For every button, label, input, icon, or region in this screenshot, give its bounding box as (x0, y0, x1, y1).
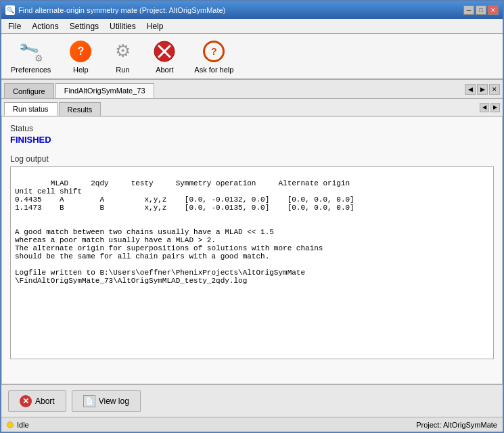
bottom-bar: ✕ Abort 📄 View log (1, 384, 503, 417)
subtab-nav-prev[interactable]: ◀ (480, 103, 489, 112)
abort-button-label: Abort (35, 396, 55, 406)
run-gear-icon: ⚙ (115, 41, 131, 62)
status-section: Status FINISHED (10, 124, 494, 145)
status-label: Status (10, 124, 494, 133)
log-section: Log output MLAD 2qdy testy Symmetry oper… (10, 154, 494, 380)
abort-toolbar-label: Abort (156, 66, 173, 74)
title-bar-controls: ─ □ ✕ (463, 5, 499, 15)
log-output[interactable]: MLAD 2qdy testy Symmetry operation Alter… (10, 166, 494, 359)
tab-nav-next[interactable]: ▶ (477, 84, 488, 95)
subtab-nav-next[interactable]: ▶ (490, 103, 500, 112)
run-label: Run (116, 66, 129, 74)
statusbar-project: Project: AltOrigSymMate (416, 421, 497, 429)
tab-configure[interactable]: Configure (4, 83, 54, 98)
abort-button[interactable]: ✕ Abort (8, 390, 66, 412)
app-icon: 🔍 (5, 5, 15, 15)
gear-small-icon: ⚙ (35, 53, 43, 64)
abort-x-icon (154, 41, 175, 62)
tab-bar: Configure FindAltOrigSymMate_73 ◀ ▶ ✕ (1, 80, 503, 99)
toolbar: 🔧 ⚙ Preferences ? Help ⚙ Run (1, 34, 503, 80)
log-content: MLAD 2qdy testy Symmetry operation Alter… (15, 179, 354, 285)
title-bar: 🔍 Find alternate-origin symmetry mate (P… (1, 1, 503, 19)
subtab-runstatus[interactable]: Run status (4, 102, 58, 116)
askforhelp-label: Ask for help (194, 66, 233, 74)
main-window: 🔍 Find alternate-origin symmetry mate (P… (0, 0, 504, 433)
tab-nav-close[interactable]: ✕ (489, 84, 500, 95)
subtab-bar: Run status Results ◀ ▶ (1, 99, 503, 116)
preferences-label: Preferences (11, 66, 51, 74)
askforhelp-button[interactable]: ? Ask for help (189, 37, 239, 76)
preferences-icon: 🔧 ⚙ (19, 39, 43, 64)
menu-file[interactable]: File (3, 20, 26, 32)
menu-actions[interactable]: Actions (26, 20, 64, 32)
log-label: Log output (10, 154, 494, 164)
viewlog-button-icon: 📄 (83, 395, 95, 407)
maximize-button[interactable]: □ (476, 5, 486, 15)
viewlog-button[interactable]: 📄 View log (72, 390, 141, 412)
tab-findaltorigsymmate[interactable]: FindAltOrigSymMate_73 (55, 83, 154, 98)
help-button[interactable]: ? Help (63, 37, 98, 76)
askforhelp-icon-area: ? (202, 39, 226, 64)
tab-nav-prev[interactable]: ◀ (465, 84, 476, 95)
title-bar-left: 🔍 Find alternate-origin symmetry mate (P… (5, 5, 225, 15)
menu-help[interactable]: Help (141, 20, 169, 32)
subtab-results[interactable]: Results (59, 102, 101, 116)
abort-icon (152, 39, 177, 64)
abort-toolbar-button[interactable]: Abort (147, 37, 182, 76)
tab-nav: ◀ ▶ ✕ (465, 84, 500, 95)
run-icon: ⚙ (110, 39, 135, 64)
askforhelp-icon: ? (203, 41, 225, 62)
menu-utilities[interactable]: Utilities (104, 20, 141, 32)
run-button[interactable]: ⚙ Run (105, 37, 140, 76)
close-button[interactable]: ✕ (488, 5, 499, 15)
tabs-left: Configure FindAltOrigSymMate_73 (4, 80, 156, 98)
help-icon: ? (70, 41, 91, 62)
menu-bar: File Actions Settings Utilities Help (1, 19, 503, 34)
main-content: Status FINISHED Log output MLAD 2qdy tes… (1, 116, 503, 384)
help-icon-area: ? (68, 39, 93, 64)
status-bar: Idle Project: AltOrigSymMate (1, 417, 503, 432)
subtab-nav: ◀ ▶ (480, 103, 500, 112)
abort-icon-area (152, 39, 177, 64)
minimize-button[interactable]: ─ (463, 5, 474, 15)
preferences-icon-area: 🔧 ⚙ (19, 39, 43, 64)
status-bar-left: Idle (7, 421, 29, 429)
run-icon-area: ⚙ (110, 39, 135, 64)
window-title: Find alternate-origin symmetry mate (Pro… (18, 6, 225, 14)
status-dot-icon (7, 421, 14, 428)
status-value: FINISHED (10, 135, 494, 145)
abort-button-icon: ✕ (20, 395, 32, 407)
subtabs-left: Run status Results (4, 99, 102, 116)
viewlog-button-label: View log (99, 396, 129, 406)
statusbar-idle: Idle (17, 421, 29, 429)
help-label: Help (73, 66, 89, 74)
preferences-button[interactable]: 🔧 ⚙ Preferences (5, 37, 56, 76)
menu-settings[interactable]: Settings (64, 20, 104, 32)
